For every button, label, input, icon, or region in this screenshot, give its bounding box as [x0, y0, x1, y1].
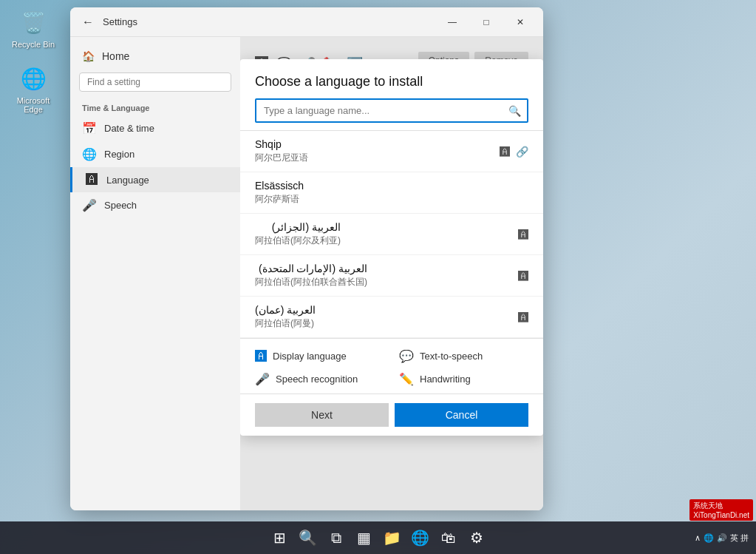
settings-body: 🏠 Home Time & Language 📅 Date & time 🌐 R… [70, 37, 543, 510]
lang-icons: 🅰 [518, 229, 528, 240]
store-button[interactable]: 🛍 [437, 526, 460, 550]
language-item-arabic-oman[interactable]: العربية (عمان) 阿拉伯语(阿曼) 🅰 [240, 297, 543, 338]
dialog-footer: Next Cancel [240, 393, 543, 436]
close-button[interactable]: ✕ [503, 7, 537, 37]
lang-name: العربية (الإمارات المتحدة) [255, 263, 367, 274]
desktop: 🗑️ Recycle Bin 🌐 Microsoft Edge ← Settin… [0, 0, 756, 554]
language-dialog: Choose a language to install 🔍 Shqip [240, 59, 543, 436]
sidebar-item-region[interactable]: 🌐 Region [70, 141, 240, 167]
file-explorer-icon: 📁 [383, 529, 401, 547]
features-grid: 🅰 Display language 💬 Text-to-speech 🎤 [255, 349, 528, 386]
ime-status[interactable]: 英 拼 [730, 533, 749, 544]
lang-icons: 🅰 [518, 270, 528, 282]
minimize-button[interactable]: — [435, 7, 469, 37]
language-label: Language [106, 175, 149, 186]
task-view-icon: ⧉ [331, 530, 341, 547]
language-list: Shqip 阿尔巴尼亚语 🅰 🔗 Elsässisch [240, 130, 543, 338]
tts-feature-icon: 💬 [399, 349, 414, 363]
feature-speech-recognition: 🎤 Speech recognition [255, 372, 384, 386]
font-icon: 🅰 [518, 270, 528, 282]
widgets-button[interactable]: ▦ [353, 526, 376, 550]
dialog-features: 🅰 Display language 💬 Text-to-speech 🎤 [240, 338, 543, 393]
lang-name: العربية (عمان) [255, 304, 316, 316]
font-icon: 🅰 [518, 229, 528, 240]
settings-main: Options Remove 🅰 💬 🎤 ✏️ 🔤 [240, 37, 543, 510]
language-item-info: العربية (الإمارات المتحدة) 阿拉伯语(阿拉伯联合酋长国… [255, 263, 367, 288]
sidebar-item-speech[interactable]: 🎤 Speech [70, 192, 240, 218]
volume-icon[interactable]: 🔊 [717, 533, 727, 543]
start-button[interactable]: ⊞ [268, 526, 292, 550]
taskbar-center: ⊞ 🔍 ⧉ ▦ 📁 🌐 🛍 ⚙ [268, 526, 488, 550]
region-icon: 🌐 [82, 147, 97, 161]
edge-icon[interactable]: 🌐 Microsoft Edge [7, 64, 59, 114]
home-icon: 🏠 [82, 50, 95, 62]
recycle-bin-image: 🗑️ [18, 7, 48, 37]
taskbar-search-icon: 🔍 [299, 529, 317, 547]
font-icon: 🅰 [500, 146, 510, 158]
language-search-input[interactable] [255, 98, 528, 123]
task-view-button[interactable]: ⧉ [324, 526, 348, 550]
language-item-arabic-uae[interactable]: العربية (الإمارات المتحدة) 阿拉伯语(阿拉伯联合酋长国… [240, 255, 543, 297]
handwriting-icon: ✏️ [399, 372, 414, 386]
edge-image: 🌐 [18, 64, 48, 93]
next-button[interactable]: Next [255, 403, 389, 427]
font-icon: 🅰 [518, 311, 528, 323]
date-time-icon: 📅 [82, 121, 97, 135]
dialog-title: Choose a language to install [255, 74, 528, 89]
display-language-label: Display language [273, 351, 347, 362]
sidebar-home[interactable]: 🏠 Home [70, 44, 240, 68]
network-icon[interactable]: 🌐 [704, 533, 714, 543]
language-item-info: العربية (الجزائر) 阿拉伯语(阿尔及利亚) [255, 221, 341, 247]
desktop-icons: 🗑️ Recycle Bin 🌐 Microsoft Edge [7, 7, 59, 114]
link-icon: 🔗 [516, 146, 528, 158]
lang-name: Elsässisch [255, 180, 304, 192]
back-button[interactable]: ← [82, 16, 94, 29]
date-time-label: Date & time [104, 123, 154, 134]
maximize-button[interactable]: □ [469, 7, 503, 37]
sidebar-search-input[interactable] [79, 72, 231, 92]
sidebar-section-title: Time & Language [70, 99, 240, 115]
edge-label: Microsoft Edge [7, 96, 59, 114]
cancel-button[interactable]: Cancel [395, 403, 528, 427]
lang-icons: 🅰 🔗 [500, 146, 528, 158]
settings-sidebar: 🏠 Home Time & Language 📅 Date & time 🌐 R… [70, 37, 240, 510]
edge-taskbar-icon: 🌐 [411, 529, 429, 547]
windows-icon: ⊞ [273, 529, 286, 547]
search-button[interactable]: 🔍 [296, 526, 320, 550]
settings-taskbar-icon: ⚙ [470, 529, 483, 547]
region-label: Region [104, 149, 134, 160]
language-item-shqip[interactable]: Shqip 阿尔巴尼亚语 🅰 🔗 [240, 131, 543, 172]
recycle-bin-icon[interactable]: 🗑️ Recycle Bin [7, 7, 59, 49]
edge-taskbar-button[interactable]: 🌐 [409, 526, 432, 550]
home-label: Home [102, 50, 129, 62]
display-language-icon: 🅰 [255, 350, 267, 363]
settings-window: ← Settings — □ ✕ 🏠 Home [70, 7, 543, 510]
speech-recognition-icon: 🎤 [255, 372, 270, 386]
speech-label: Speech [104, 200, 137, 211]
text-to-speech-label: Text-to-speech [420, 351, 483, 362]
dialog-header: Choose a language to install 🔍 [240, 59, 543, 130]
settings-title: Settings [103, 16, 137, 27]
sidebar-search-container [79, 72, 231, 92]
settings-taskbar-button[interactable]: ⚙ [465, 526, 488, 550]
recycle-bin-label: Recycle Bin [12, 40, 55, 49]
file-explorer-button[interactable]: 📁 [381, 526, 404, 550]
feature-handwriting: ✏️ Handwriting [399, 372, 528, 386]
speech-icon: 🎤 [82, 198, 97, 212]
language-item-elsassisch[interactable]: Elsässisch 阿尔萨斯语 [240, 172, 543, 214]
widgets-icon: ▦ [357, 529, 371, 547]
lang-native: 阿拉伯语(阿尔及利亚) [255, 234, 341, 247]
language-item-arabic-algeria[interactable]: العربية (الجزائر) 阿拉伯语(阿尔及利亚) 🅰 [240, 214, 543, 255]
handwriting-label: Handwriting [420, 374, 471, 385]
taskbar: ⊞ 🔍 ⧉ ▦ 📁 🌐 🛍 ⚙ [0, 521, 756, 554]
system-tray: ∧ 🌐 🔊 英 拼 [695, 533, 749, 544]
lang-name: Shqip [255, 138, 308, 150]
language-icon: 🅰 [84, 173, 99, 186]
sidebar-item-language[interactable]: 🅰 Language [70, 167, 240, 192]
lang-native: 阿拉伯语(阿曼) [255, 317, 316, 330]
show-hidden-icon[interactable]: ∧ [695, 533, 701, 543]
titlebar-left: ← Settings [82, 16, 137, 29]
lang-icons: 🅰 [518, 311, 528, 323]
sidebar-item-date-time[interactable]: 📅 Date & time [70, 115, 240, 141]
taskbar-right: ∧ 🌐 🔊 英 拼 [695, 533, 749, 544]
